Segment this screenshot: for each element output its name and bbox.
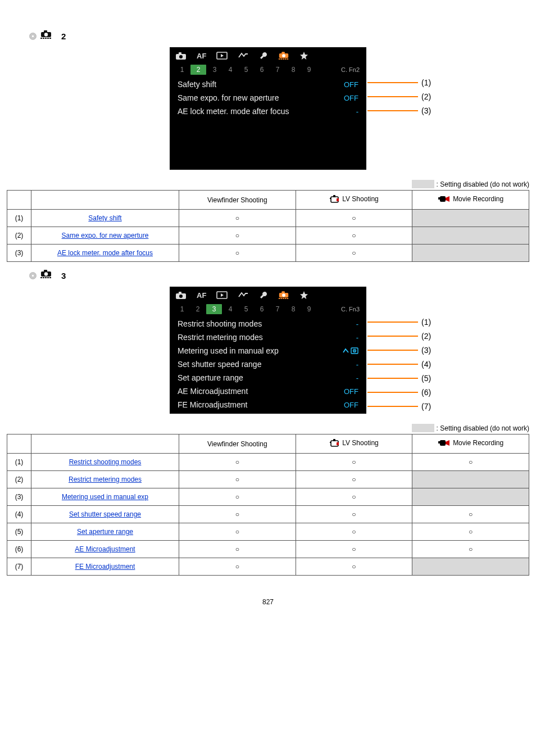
svg-rect-12 [279, 58, 280, 60]
menu-item[interactable]: Restrict metering modes - [170, 331, 366, 344]
table-row: (6) AE Microadjustment ○ ○ ○ [7, 541, 529, 558]
svg-rect-41 [285, 298, 287, 299]
cell-movie: ○ [412, 454, 529, 471]
annotation: (1) [367, 318, 431, 327]
cell-movie: ○ [412, 523, 529, 541]
subtab-9[interactable]: 9 [301, 305, 317, 313]
playback-icon [216, 52, 228, 60]
setting-link[interactable]: Set shutter speed range [69, 510, 141, 518]
subtab-7[interactable]: 7 [270, 305, 285, 313]
svg-rect-30 [49, 277, 51, 278]
setting-link[interactable]: Safety shift [88, 214, 121, 222]
cell-viewfinder: ○ [179, 454, 296, 471]
setting-link[interactable]: FE Microadjustment [75, 563, 135, 571]
cell-name: Set shutter speed range [31, 506, 179, 523]
subtab-6[interactable]: 6 [254, 66, 270, 74]
menu-item[interactable]: Restrict shooting modes - [170, 317, 366, 331]
menu-item[interactable]: Metering used in manual exp [170, 344, 366, 357]
cell-name: Restrict shooting modes [31, 454, 179, 471]
cell-lv: ○ [296, 210, 412, 227]
svg-point-33 [44, 272, 48, 275]
setting-link[interactable]: Same expo. for new aperture [62, 232, 149, 239]
menu-item[interactable]: AE lock meter. mode after focus - [170, 105, 366, 118]
cell-viewfinder: ○ [179, 541, 296, 558]
setting-link[interactable]: Restrict metering modes [69, 476, 142, 483]
subtab-8[interactable]: 8 [285, 305, 301, 313]
setting-link[interactable]: Metering used in manual exp [62, 493, 148, 501]
section-heading: 2 [29, 30, 529, 42]
svg-rect-28 [45, 277, 47, 278]
menu-top-tabs[interactable]: AF [170, 287, 366, 302]
subtab-8[interactable]: 8 [285, 66, 301, 74]
table-row: (2) Restrict metering modes ○ ○ [7, 471, 529, 488]
col-lv: LV Shooting [296, 191, 412, 210]
menu-item[interactable]: Set shutter speed range - [170, 357, 366, 371]
svg-point-19 [282, 54, 285, 57]
menu-item[interactable]: Safety shift OFF [170, 78, 366, 91]
subtab-5[interactable]: 5 [238, 305, 254, 313]
menu-item-label: Safety shift [178, 80, 216, 89]
svg-rect-13 [281, 58, 283, 60]
svg-rect-16 [287, 58, 289, 60]
svg-rect-23 [337, 198, 339, 201]
menu-item-label: AE Microadjustment [178, 387, 248, 396]
menu-item-label: Metering used in manual exp [178, 346, 279, 355]
svg-rect-21 [333, 195, 335, 197]
subtab-2[interactable]: 2 [190, 65, 206, 75]
menu-item-label: Set shutter speed range [178, 360, 261, 369]
subtab-2[interactable]: 2 [190, 305, 206, 313]
cell-name: FE Microadjustment [31, 558, 179, 576]
svg-rect-14 [283, 58, 285, 60]
subtab-3[interactable]: 3 [207, 66, 222, 74]
subtab-9[interactable]: 9 [301, 66, 317, 74]
setting-link[interactable]: Restrict shooting modes [69, 458, 142, 466]
subtab-1[interactable]: 1 [174, 305, 190, 313]
menu-item-value: OFF [344, 387, 358, 396]
svg-rect-15 [285, 58, 287, 60]
subtab-6[interactable]: 6 [254, 305, 270, 313]
subtab-3[interactable]: 3 [206, 304, 222, 314]
cell-lv: ○ [296, 541, 412, 558]
cell-viewfinder: ○ [179, 245, 296, 262]
svg-rect-40 [283, 298, 285, 299]
table-row: (3) Metering used in manual exp ○ ○ [7, 488, 529, 506]
subtab-4[interactable]: 4 [222, 66, 238, 74]
subtab-row: 123456789C. Fn3 [170, 302, 366, 315]
menu-item-value: - [356, 373, 358, 382]
wrench-icon [259, 51, 268, 60]
subtab-7[interactable]: 7 [270, 66, 285, 74]
setting-link[interactable]: AE Microadjustment [75, 545, 135, 553]
cell-name: Same expo. for new aperture [31, 227, 179, 245]
camera-icon [175, 52, 187, 60]
cell-lv: ○ [296, 523, 412, 541]
setting-link[interactable]: Set aperture range [77, 528, 133, 536]
svg-rect-44 [282, 291, 285, 293]
table-row: (1) Safety shift ○ ○ [7, 210, 529, 227]
cell-index: (1) [7, 210, 31, 227]
cell-lv: ○ [296, 245, 412, 262]
svg-rect-0 [40, 38, 42, 39]
menu-item-label: Restrict metering modes [178, 333, 263, 342]
menu-item[interactable]: Set aperture range - [170, 371, 366, 384]
setting-link[interactable]: AE lock meter. mode after focus [57, 249, 153, 257]
cfn-heading-icon [40, 270, 57, 281]
menu-item[interactable]: AE Microadjustment OFF [170, 384, 366, 398]
cell-name: Metering used in manual exp [31, 488, 179, 506]
menu-item-label: AE lock meter. mode after focus [178, 107, 289, 116]
cell-lv: ○ [296, 227, 412, 245]
af-icon: AF [197, 52, 206, 60]
settings-table: Viewfinder Shooting LV Shooting Movie Re… [7, 434, 529, 576]
subtab-1[interactable]: 1 [174, 66, 190, 74]
subtab-4[interactable]: 4 [222, 305, 238, 313]
menu-item[interactable]: Same expo. for new aperture OFF [170, 91, 366, 105]
subtab-5[interactable]: 5 [238, 66, 254, 74]
star-icon [299, 291, 308, 300]
svg-rect-27 [43, 277, 44, 278]
cell-movie [412, 471, 529, 488]
menu-item[interactable]: FE Microadjustment OFF [170, 398, 366, 411]
svg-point-45 [282, 293, 285, 297]
cell-index: (2) [7, 227, 31, 245]
menu-top-tabs[interactable]: AF [170, 47, 366, 63]
cfn-icon [278, 291, 289, 300]
cell-movie: ○ [412, 541, 529, 558]
